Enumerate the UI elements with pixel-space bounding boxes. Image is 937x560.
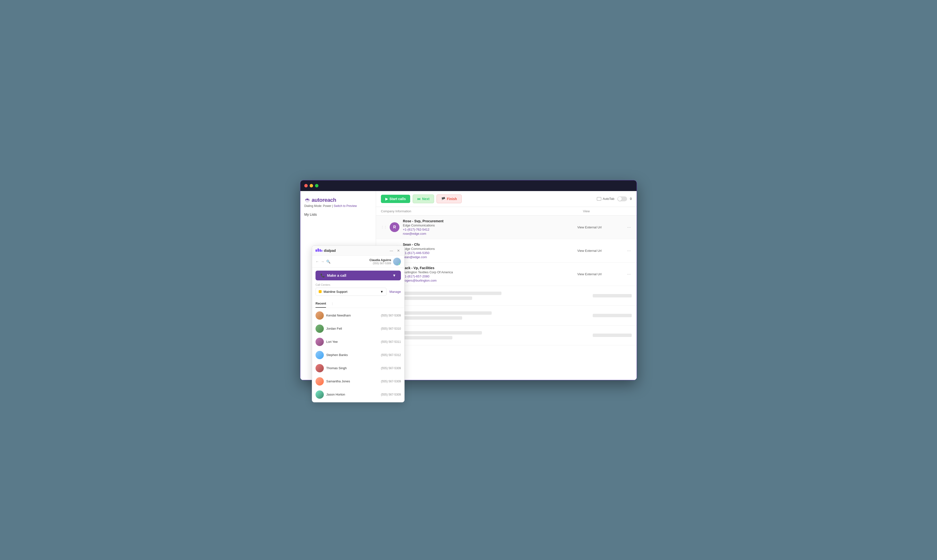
- autoreach-logo-icon: [304, 197, 311, 203]
- list-item[interactable]: Jason Horton (555) 567-5309: [312, 388, 404, 401]
- minimize-dialpad-button[interactable]: —: [389, 248, 394, 253]
- recent-contact-name: Lori Yee: [326, 340, 378, 343]
- list-item[interactable]: Samantha Jones (555) 567-5309: [312, 375, 404, 388]
- flag-icon: 🏴: [441, 197, 445, 201]
- contacts-list: ⋮⋮ R Rose - Svp, Procurement Edge Commun…: [376, 216, 637, 380]
- call-center-status-dot: [318, 290, 322, 293]
- logo: autoreach Dialing Mode: Power | Switch t…: [304, 197, 372, 208]
- my-lists-label: My Lists: [304, 212, 372, 217]
- traffic-lights: [304, 184, 318, 188]
- maximize-button[interactable]: [315, 184, 318, 188]
- start-calls-button[interactable]: ▶ Start calls: [381, 195, 410, 203]
- avatar: [315, 364, 324, 372]
- call-center-name: Mainline Support: [323, 290, 348, 294]
- recent-contact-name: Thomas Singh: [326, 366, 378, 370]
- switch-preview-link[interactable]: Switch to Preview: [334, 204, 357, 208]
- more-options-button[interactable]: ···: [626, 247, 632, 254]
- svg-rect-5: [322, 250, 322, 252]
- dialpad-logo-icon: [315, 248, 322, 253]
- play-icon: ▶: [385, 197, 388, 201]
- autotab-icon: [597, 197, 601, 201]
- view-external-url[interactable]: View External Url: [577, 225, 626, 229]
- view-external-url[interactable]: View External Url: [577, 249, 626, 252]
- next-button[interactable]: ⏭ Next: [412, 194, 434, 203]
- contact-email[interactable]: jrogers@burlington.com: [403, 278, 577, 282]
- tab-recent[interactable]: Recent: [315, 300, 326, 308]
- call-centers-label: Call Centers: [315, 283, 401, 286]
- skeleton-row: [376, 306, 637, 326]
- nav-arrows: ← → 🔍: [315, 260, 331, 263]
- logo-text: autoreach: [312, 197, 336, 203]
- skeleton-row: [376, 326, 637, 345]
- list-item[interactable]: Jordan Fell (555) 567-5310: [312, 322, 404, 335]
- list-item[interactable]: Stephen Banks (555) 567-5312: [312, 348, 404, 362]
- contact-phone[interactable]: +1-(617)-657-2080: [403, 274, 429, 278]
- dialpad-nav: ← → 🔍 Claudia Aguirre (555) 567-5309: [312, 256, 404, 268]
- dialpad-logo: dialpad: [315, 248, 336, 253]
- col-company-header: Company Information: [381, 209, 583, 213]
- recent-contact-name: Stephen Banks: [326, 353, 378, 357]
- table-row: ⋮⋮ R Rose - Svp, Procurement Edge Commun…: [376, 216, 637, 239]
- dialpad-panel: dialpad — ✕ ← → 🔍 Claudia Aguirre (555) …: [312, 246, 405, 402]
- chevron-down-icon: ▼: [392, 273, 396, 277]
- call-center-select[interactable]: Mainline Support ▼: [315, 288, 386, 296]
- avatar: [315, 311, 324, 320]
- avatar: [315, 391, 324, 399]
- contact-company: Edge Communications: [403, 223, 577, 227]
- contact-phone[interactable]: +1-(617)-762-5412: [403, 228, 429, 231]
- toolbar-right: AutoTab 0: [597, 197, 632, 201]
- forward-button[interactable]: →: [321, 260, 324, 263]
- recent-contact-name: Samantha Jones: [326, 379, 378, 383]
- autotab-toggle[interactable]: [617, 197, 627, 201]
- contact-name: Jack - Vp, Facilities: [403, 266, 577, 270]
- avatar: [315, 377, 324, 386]
- finish-button[interactable]: 🏴 Finish: [437, 194, 462, 203]
- contact-email[interactable]: rose@edge.com: [403, 232, 577, 235]
- recent-contact-name: Jordan Fell: [326, 327, 378, 331]
- recent-contact-phone: (555) 567-5312: [381, 353, 401, 357]
- toolbar: ▶ Start calls ⏭ Next 🏴 Finish A: [376, 191, 637, 207]
- minimize-button[interactable]: [310, 184, 313, 188]
- view-external-url[interactable]: View External Url: [577, 272, 626, 276]
- skeleton-lines: [394, 311, 590, 320]
- recent-contact-name: Kendal Needham: [326, 314, 378, 317]
- titlebar: [300, 180, 637, 191]
- avatar: [393, 258, 401, 266]
- dialing-mode: Dialing Mode: Power | Switch to Preview: [304, 204, 372, 208]
- table-row: ⋮⋮ S Sean - Cfo Edge Communications +1-(…: [376, 239, 637, 263]
- recent-contact-phone: (555) 567-5309: [381, 393, 401, 396]
- close-button[interactable]: [304, 184, 308, 188]
- list-item[interactable]: Lori Yee (555) 567-5311: [312, 335, 404, 348]
- main-content: ▶ Start calls ⏭ Next 🏴 Finish A: [376, 191, 637, 380]
- recent-contact-phone: (555) 567-5311: [381, 340, 401, 343]
- more-options-button[interactable]: ···: [626, 271, 632, 278]
- tab-divider: |: [332, 300, 332, 308]
- svg-rect-2: [315, 249, 317, 252]
- more-options-button[interactable]: ···: [626, 224, 632, 231]
- call-centers-section: Call Centers Mainline Support ▼ Manage: [312, 283, 404, 298]
- close-dialpad-button[interactable]: ✕: [396, 248, 401, 253]
- list-item[interactable]: Thomas Singh (555) 567-5309: [312, 362, 404, 375]
- table-row: ⋮⋮ J Jack - Vp, Facilities Burlington Te…: [376, 263, 637, 286]
- user-info: Claudia Aguirre (555) 567-5309: [369, 258, 401, 266]
- drag-handle[interactable]: ⋮⋮: [381, 225, 387, 229]
- skeleton-lines: [394, 331, 590, 339]
- svg-rect-4: [319, 249, 321, 252]
- recent-list: Kendal Needham (555) 567-5309 Jordan Fel…: [312, 308, 404, 402]
- avatar: R: [390, 222, 400, 232]
- chevron-down-icon: ▼: [380, 290, 383, 294]
- contact-phone[interactable]: +1-(617)-446-5350: [403, 251, 429, 255]
- search-button[interactable]: 🔍: [326, 260, 331, 263]
- manage-link[interactable]: Manage: [389, 290, 401, 294]
- back-button[interactable]: ←: [315, 260, 319, 263]
- avatar: [315, 338, 324, 346]
- contact-email[interactable]: sean@edge.com: [403, 255, 577, 259]
- list-item[interactable]: Kendal Needham (555) 567-5309: [312, 309, 404, 322]
- contact-info: Sean - Cfo Edge Communications +1-(617)-…: [403, 243, 577, 259]
- autotab-control: AutoTab: [597, 197, 614, 201]
- make-call-button[interactable]: 📞 Make a call ▼: [315, 271, 401, 280]
- contact-company: Edge Communications: [403, 247, 577, 251]
- table-header: Company Information View: [376, 207, 637, 216]
- status-dot: [399, 263, 401, 266]
- col-view-header: View: [583, 209, 632, 213]
